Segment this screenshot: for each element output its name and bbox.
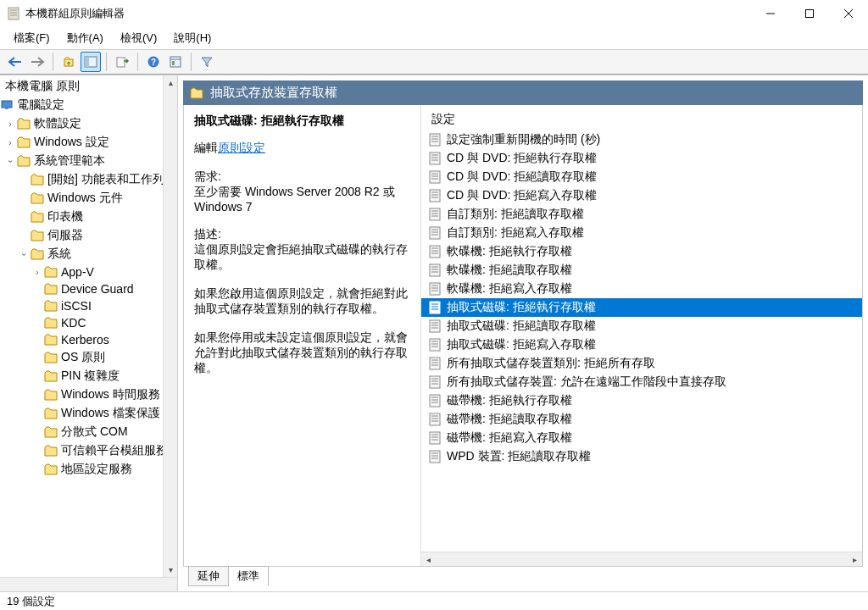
back-button[interactable]: [5, 52, 25, 72]
svg-rect-16: [172, 61, 175, 65]
policy-icon: [428, 375, 442, 389]
titlebar: 本機群組原則編輯器: [0, 0, 868, 27]
tree-start-menu[interactable]: [開始] 功能表和工作列: [0, 170, 163, 189]
setting-title: 抽取式磁碟: 拒絕執行存取權: [194, 114, 410, 129]
tree-server[interactable]: 伺服器: [0, 226, 163, 245]
menu-action[interactable]: 動作(A): [58, 29, 112, 47]
list-item[interactable]: 磁帶機: 拒絕寫入存取權: [421, 429, 862, 447]
svg-rect-19: [430, 134, 440, 146]
settings-list[interactable]: 設定強制重新開機的時間 (秒)CD 與 DVD: 拒絕執行存取權CD 與 DVD…: [421, 130, 862, 552]
svg-rect-39: [430, 227, 440, 239]
svg-rect-31: [430, 190, 440, 202]
show-hide-tree-button[interactable]: [81, 52, 101, 72]
help-button[interactable]: ?: [143, 52, 164, 72]
list-item[interactable]: 軟碟機: 拒絕寫入存取權: [421, 280, 862, 298]
svg-rect-75: [430, 395, 440, 407]
list-item[interactable]: 設定強制重新開機的時間 (秒): [421, 130, 862, 149]
policy-icon: [428, 263, 442, 277]
svg-rect-87: [430, 451, 440, 463]
svg-rect-23: [430, 152, 440, 164]
svg-rect-11: [117, 58, 125, 67]
svg-rect-43: [430, 246, 440, 258]
settings-list-column: 設定 設定強制重新開機的時間 (秒)CD 與 DVD: 拒絕執行存取權CD 與 …: [421, 105, 862, 566]
list-item[interactable]: CD 與 DVD: 拒絕寫入存取權: [421, 186, 862, 205]
tree-admin-templates[interactable]: ›系統管理範本: [0, 152, 163, 170]
tree-kdc[interactable]: KDC: [0, 314, 163, 331]
tree-computer-config[interactable]: 電腦設定: [0, 96, 163, 114]
edit-policy-link[interactable]: 原則設定: [218, 141, 265, 154]
tab-standard[interactable]: 標準: [229, 566, 269, 586]
list-hscrollbar[interactable]: ◂▸: [421, 552, 862, 566]
list-item[interactable]: 軟碟機: 拒絕執行存取權: [421, 242, 862, 261]
policy-icon: [428, 431, 442, 445]
menu-help[interactable]: 說明(H): [165, 29, 220, 47]
list-item[interactable]: 軟碟機: 拒絕讀取存取權: [421, 261, 862, 280]
svg-rect-51: [430, 283, 440, 295]
list-item[interactable]: 磁帶機: 拒絕讀取存取權: [421, 410, 862, 429]
column-header-setting[interactable]: 設定: [421, 105, 862, 130]
menubar: 檔案(F) 動作(A) 檢視(V) 說明(H): [0, 27, 868, 49]
tree-windows-settings[interactable]: ›Windows 設定: [0, 133, 163, 152]
svg-text:?: ?: [151, 58, 156, 67]
tree-trusted-platform[interactable]: 可信賴平台模組服務: [0, 441, 163, 460]
policy-icon: [428, 282, 442, 296]
properties-button[interactable]: [165, 52, 186, 72]
tree-system[interactable]: ›系統: [0, 245, 163, 263]
tree-vscrollbar[interactable]: ▴▾: [163, 75, 177, 577]
svg-rect-71: [430, 376, 440, 388]
svg-rect-14: [170, 57, 181, 67]
list-item[interactable]: 自訂類別: 拒絕讀取存取權: [421, 205, 862, 224]
tree-iscsi[interactable]: iSCSI: [0, 297, 163, 314]
detail-pane: 抽取式存放裝置存取權 抽取式磁碟: 拒絕執行存取權 編輯原則設定 需求:至少需要…: [183, 80, 863, 586]
tree-software[interactable]: ›軟體設定: [0, 114, 163, 133]
list-item[interactable]: 自訂類別: 拒絕寫入存取權: [421, 224, 862, 242]
tree-root[interactable]: 本機電腦 原則: [0, 77, 163, 96]
maximize-button[interactable]: [790, 0, 829, 27]
tree-printers[interactable]: 印表機: [0, 208, 163, 226]
menu-file[interactable]: 檔案(F): [5, 29, 58, 47]
content-area: 本機電腦 原則 電腦設定 ›軟體設定 ›Windows 設定 ›系統管理範本 […: [0, 75, 868, 591]
close-button[interactable]: [829, 0, 868, 27]
tree-windows-time[interactable]: Windows 時間服務: [0, 385, 163, 404]
list-item[interactable]: 所有抽取式儲存裝置: 允許在遠端工作階段中直接存取: [421, 373, 862, 391]
up-button[interactable]: [58, 52, 79, 72]
list-item[interactable]: CD 與 DVD: 拒絕讀取存取權: [421, 168, 862, 186]
list-item[interactable]: CD 與 DVD: 拒絕執行存取權: [421, 149, 862, 168]
tree-device-guard[interactable]: Device Guard: [0, 280, 163, 297]
tree-win-components[interactable]: Windows 元件: [0, 189, 163, 208]
policy-icon: [428, 152, 442, 165]
policy-icon: [428, 245, 442, 258]
svg-rect-79: [430, 413, 440, 425]
tree-hscrollbar[interactable]: [0, 577, 177, 591]
tree-pin-complexity[interactable]: PIN 複雜度: [0, 367, 163, 385]
minimize-button[interactable]: [751, 0, 790, 27]
tree-appv[interactable]: ›App-V: [0, 263, 163, 280]
tab-extended[interactable]: 延伸: [188, 566, 229, 586]
list-item[interactable]: 所有抽取式儲存裝置類別: 拒絕所有存取: [421, 354, 862, 373]
tree-windows-file[interactable]: Windows 檔案保護: [0, 404, 163, 423]
filter-button[interactable]: [197, 52, 217, 72]
menu-view[interactable]: 檢視(V): [112, 29, 165, 47]
export-button[interactable]: [112, 52, 132, 72]
forward-button[interactable]: [27, 52, 47, 72]
window-title: 本機群組原則編輯器: [25, 6, 751, 21]
list-item[interactable]: 抽取式磁碟: 拒絕寫入存取權: [421, 336, 862, 354]
tree-os-policy[interactable]: OS 原則: [0, 348, 163, 367]
policy-icon: [428, 170, 442, 184]
policy-icon: [428, 226, 442, 240]
list-item[interactable]: 磁帶機: 拒絕執行存取權: [421, 391, 862, 410]
list-item[interactable]: WPD 裝置: 拒絕讀取存取權: [421, 447, 862, 466]
tree-dcom[interactable]: 分散式 COM: [0, 423, 163, 441]
list-item[interactable]: 抽取式磁碟: 拒絕執行存取權: [421, 298, 862, 317]
policy-icon: [428, 394, 442, 408]
tree-locale-services[interactable]: 地區設定服務: [0, 460, 163, 479]
policy-icon: [428, 301, 442, 314]
status-text: 19 個設定: [7, 594, 55, 609]
policy-icon: [428, 208, 442, 221]
svg-rect-0: [8, 8, 19, 19]
tree-scroll[interactable]: 本機電腦 原則 電腦設定 ›軟體設定 ›Windows 設定 ›系統管理範本 […: [0, 75, 163, 577]
tree-kerberos[interactable]: Kerberos: [0, 331, 163, 348]
statusbar: 19 個設定: [0, 591, 868, 610]
list-item[interactable]: 抽取式磁碟: 拒絕讀取存取權: [421, 317, 862, 336]
toolbar: ?: [0, 49, 868, 75]
